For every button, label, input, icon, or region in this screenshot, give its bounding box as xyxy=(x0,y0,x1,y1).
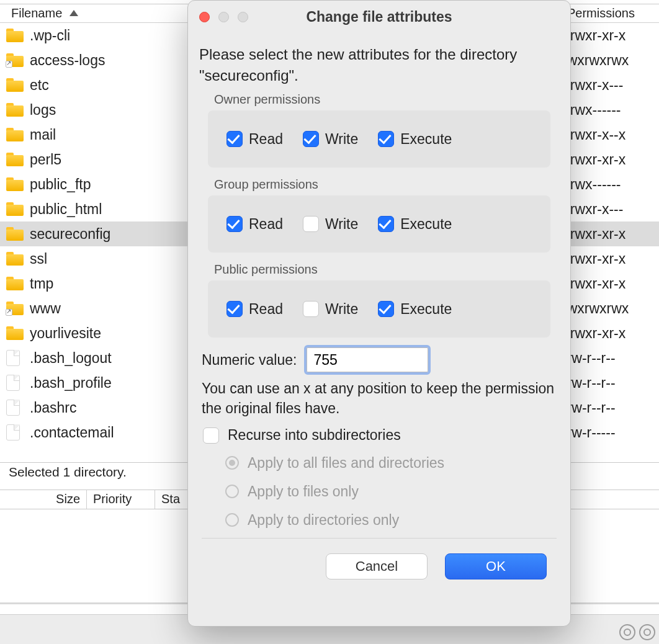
owner-read-checkbox[interactable]: Read xyxy=(226,131,283,148)
folder-icon xyxy=(6,277,24,290)
file-permissions: drwxr-xr-x xyxy=(562,275,659,292)
status-indicator-icon xyxy=(639,624,655,640)
window-controls xyxy=(199,12,248,22)
radio-label: Apply to directories only xyxy=(248,512,399,529)
owner-permissions-heading: Owner permissions xyxy=(208,92,550,110)
checkbox-icon xyxy=(303,216,319,232)
checkbox-icon xyxy=(378,216,394,232)
checkbox-label: Execute xyxy=(400,131,452,148)
folder-icon xyxy=(6,128,24,141)
checkbox-label: Read xyxy=(249,131,283,148)
checkbox-icon xyxy=(303,301,319,317)
folder-icon xyxy=(6,103,24,117)
file-permissions: drwxr-x--x xyxy=(562,127,659,143)
dialog-titlebar[interactable]: Change file attributes xyxy=(188,1,570,33)
numeric-hint-text: You can use an x at any position to keep… xyxy=(202,378,555,418)
folder-icon xyxy=(6,252,24,266)
file-permissions: drwxr-xr-x xyxy=(562,251,659,267)
minimize-window-icon xyxy=(218,12,229,22)
close-window-icon[interactable] xyxy=(199,12,210,22)
group-permissions-group: Group permissions Read Write Execute xyxy=(208,177,550,253)
checkbox-icon xyxy=(226,216,243,232)
checkbox-icon xyxy=(303,131,319,147)
numeric-value-input[interactable] xyxy=(307,347,428,372)
file-permissions: -rw-r--r-- xyxy=(562,400,659,416)
public-write-checkbox[interactable]: Write xyxy=(303,301,358,318)
public-permissions-heading: Public permissions xyxy=(208,262,550,280)
file-permissions: drwxr-x--- xyxy=(562,201,659,218)
transfer-col-size[interactable]: Size xyxy=(0,490,87,509)
folder-icon xyxy=(6,177,24,191)
column-header-filename-label: Filename xyxy=(11,6,62,20)
numeric-value-label: Numeric value: xyxy=(202,352,297,369)
sort-ascending-icon xyxy=(69,10,78,16)
radio-icon xyxy=(225,513,239,527)
status-text: Selected 1 directory. xyxy=(9,465,127,479)
radio-label: Apply to all files and directories xyxy=(248,455,444,472)
zoom-window-icon xyxy=(238,12,248,22)
column-header-permissions[interactable]: Permissions xyxy=(562,4,659,22)
recurse-label: Recurse into subdirectories xyxy=(228,427,401,444)
file-icon xyxy=(6,400,20,416)
checkbox-label: Read xyxy=(249,216,283,233)
folder-icon xyxy=(6,326,24,340)
group-execute-checkbox[interactable]: Execute xyxy=(378,216,452,233)
change-file-attributes-dialog: Change file attributes Please select the… xyxy=(187,0,571,627)
folder-link-icon xyxy=(6,53,24,67)
checkbox-label: Write xyxy=(325,301,358,318)
folder-icon xyxy=(6,29,24,42)
owner-permissions-group: Owner permissions Read Write Execute xyxy=(208,92,550,168)
status-indicator-icon xyxy=(619,624,635,640)
checkbox-icon xyxy=(378,301,394,317)
checkbox-icon xyxy=(203,427,219,444)
folder-link-icon xyxy=(6,302,24,315)
radio-icon xyxy=(225,485,239,498)
file-icon xyxy=(6,424,20,441)
cancel-button[interactable]: Cancel xyxy=(326,553,428,579)
folder-icon xyxy=(6,153,24,166)
folder-icon xyxy=(6,227,24,241)
checkbox-label: Write xyxy=(325,216,358,233)
radio-apply-dirs: Apply to directories only xyxy=(225,506,559,534)
file-permissions: drwxr-xr-x xyxy=(562,325,659,342)
owner-write-checkbox[interactable]: Write xyxy=(303,131,358,148)
file-permissions: rwxrwxrwx xyxy=(562,52,659,69)
ok-button[interactable]: OK xyxy=(445,553,547,579)
folder-icon xyxy=(6,202,24,216)
file-icon xyxy=(6,375,20,391)
public-execute-checkbox[interactable]: Execute xyxy=(378,301,452,318)
file-permissions: drwxr-xr-x xyxy=(562,226,659,243)
file-permissions: drwx------ xyxy=(562,176,659,193)
radio-apply-all: Apply to all files and directories xyxy=(225,449,559,477)
file-permissions: drwxr-xr-x xyxy=(562,151,659,168)
file-permissions: drwx------ xyxy=(562,102,659,119)
file-permissions: -rw-r----- xyxy=(562,424,659,441)
checkbox-icon xyxy=(226,301,243,317)
radio-icon xyxy=(225,456,239,470)
file-permissions: drwxr-x--- xyxy=(562,77,659,94)
folder-icon xyxy=(6,78,24,92)
public-read-checkbox[interactable]: Read xyxy=(226,301,283,318)
checkbox-label: Read xyxy=(249,301,283,318)
file-permissions: drwxr-xr-x xyxy=(562,27,659,44)
group-read-checkbox[interactable]: Read xyxy=(226,216,283,233)
checkbox-icon xyxy=(226,131,243,147)
checkbox-icon xyxy=(378,131,394,147)
transfer-col-priority[interactable]: Priority xyxy=(87,490,155,509)
checkbox-label: Execute xyxy=(400,301,452,318)
recurse-checkbox[interactable]: Recurse into subdirectories xyxy=(203,427,555,444)
radio-apply-files: Apply to files only xyxy=(225,477,559,506)
file-icon xyxy=(6,350,20,366)
public-permissions-group: Public permissions Read Write Execute xyxy=(208,262,550,338)
owner-execute-checkbox[interactable]: Execute xyxy=(378,131,452,148)
dialog-prompt: Please select the new attributes for the… xyxy=(199,44,559,86)
file-permissions: -rw-r--r-- xyxy=(562,350,659,367)
recurse-mode-radios: Apply to all files and directories Apply… xyxy=(225,449,559,534)
file-permissions: rwxrwxrwx xyxy=(562,300,659,317)
checkbox-label: Write xyxy=(325,131,358,148)
file-permissions: -rw-r--r-- xyxy=(562,375,659,391)
column-header-permissions-label: Permissions xyxy=(567,6,635,20)
radio-label: Apply to files only xyxy=(248,483,359,500)
checkbox-label: Execute xyxy=(400,216,452,233)
group-write-checkbox[interactable]: Write xyxy=(303,216,358,233)
